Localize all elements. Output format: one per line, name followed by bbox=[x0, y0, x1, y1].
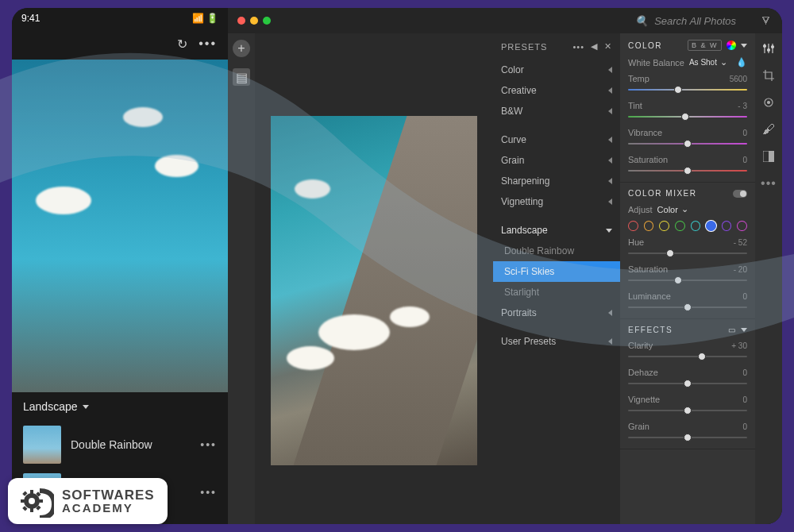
collection-icon[interactable]: ▤ bbox=[233, 68, 250, 86]
preset-group[interactable]: Color bbox=[493, 60, 620, 80]
preset-group[interactable]: B&W bbox=[493, 101, 620, 121]
color-swatch[interactable] bbox=[706, 221, 716, 231]
more-icon[interactable]: ••• bbox=[200, 438, 217, 451]
colorwheel-icon[interactable] bbox=[727, 40, 736, 50]
chevron-down-icon[interactable]: ⌄ bbox=[720, 57, 727, 67]
logo-line2: ACADEMY bbox=[62, 502, 155, 514]
svg-point-3 bbox=[764, 45, 766, 48]
preset-group[interactable]: Grain bbox=[493, 150, 620, 171]
more-icon[interactable]: ••• bbox=[200, 486, 217, 499]
preset-group[interactable]: Curve bbox=[493, 129, 620, 150]
filter-icon[interactable]: ⛛ bbox=[760, 13, 773, 28]
more-icon[interactable]: ••• bbox=[761, 176, 776, 191]
preset-item[interactable]: Double Rainbow bbox=[493, 241, 620, 261]
slider[interactable] bbox=[628, 352, 747, 361]
effects-menu-icon[interactable]: ▭ bbox=[728, 326, 737, 334]
slider[interactable] bbox=[628, 303, 747, 312]
redo-icon[interactable]: ↻ bbox=[177, 37, 187, 52]
wb-value[interactable]: As Shot bbox=[689, 58, 717, 67]
preset-group-user[interactable]: User Presets bbox=[493, 331, 620, 352]
slider[interactable] bbox=[628, 166, 747, 175]
color-section-title: COLOR bbox=[628, 41, 662, 50]
svg-rect-14 bbox=[21, 499, 25, 503]
color-swatch[interactable] bbox=[675, 221, 685, 231]
mobile-panel: 9:41 📶 🔋 ↻ ••• Landscape Double Rainbow … bbox=[12, 8, 228, 524]
back-icon[interactable]: ◀ bbox=[591, 41, 598, 52]
chevron-down-icon[interactable] bbox=[741, 328, 747, 332]
preset-group-portraits[interactable]: Portraits bbox=[493, 303, 620, 323]
slider-value: 0 bbox=[742, 422, 747, 431]
eyedropper-icon[interactable]: 💧 bbox=[736, 57, 747, 67]
slider-value: 5600 bbox=[730, 75, 747, 83]
canvas[interactable] bbox=[255, 33, 493, 524]
mixer-title: COLOR MIXER bbox=[628, 189, 697, 198]
slider-label: Grain bbox=[628, 422, 649, 431]
gradient-icon[interactable] bbox=[761, 149, 776, 164]
slider[interactable] bbox=[628, 85, 747, 94]
chevron-down-icon[interactable] bbox=[741, 44, 747, 48]
search-icon[interactable]: 🔍 bbox=[635, 15, 648, 27]
slider-label: Saturation bbox=[628, 155, 668, 164]
slider[interactable] bbox=[628, 276, 747, 285]
slider[interactable] bbox=[628, 433, 747, 442]
color-swatch[interactable] bbox=[659, 221, 669, 231]
window-controls[interactable] bbox=[237, 17, 271, 25]
slider-label: Dehaze bbox=[628, 368, 658, 377]
color-swatch[interactable] bbox=[691, 221, 701, 231]
slider-value: 0 bbox=[742, 368, 747, 377]
slider[interactable] bbox=[628, 379, 747, 388]
slider[interactable] bbox=[628, 139, 747, 148]
bw-toggle[interactable]: B & W bbox=[688, 40, 722, 51]
slider[interactable] bbox=[628, 249, 747, 258]
close-icon[interactable]: ✕ bbox=[604, 41, 612, 52]
sliders-icon[interactable] bbox=[761, 41, 776, 56]
chevron-left-icon bbox=[608, 178, 612, 184]
main-photo[interactable] bbox=[271, 116, 477, 465]
chevron-down-icon bbox=[83, 405, 89, 409]
svg-point-7 bbox=[768, 102, 770, 104]
preset-group[interactable]: Sharpening bbox=[493, 171, 620, 191]
status-icons: 📶 🔋 bbox=[192, 13, 218, 24]
heal-icon[interactable] bbox=[761, 95, 776, 110]
slider-label: Clarity bbox=[628, 341, 653, 350]
preset-group-landscape[interactable]: Landscape bbox=[493, 220, 620, 241]
adjust-value[interactable]: Color bbox=[657, 205, 678, 214]
adjustments-panel: COLOR B & W White Balance As Shot ⌄ 💧 bbox=[620, 33, 755, 524]
chevron-down-icon[interactable]: ⌄ bbox=[681, 204, 688, 214]
color-swatch[interactable] bbox=[722, 221, 732, 231]
watermark-logo: SOFTWARES ACADEMY bbox=[8, 478, 168, 524]
chevron-left-icon bbox=[608, 87, 612, 94]
color-swatch[interactable] bbox=[737, 221, 747, 231]
slider[interactable] bbox=[628, 406, 747, 415]
more-icon[interactable]: ••• bbox=[572, 42, 584, 52]
slider-label: Luminance bbox=[628, 291, 671, 301]
add-button[interactable]: + bbox=[233, 40, 250, 57]
chevron-left-icon bbox=[608, 157, 612, 164]
effects-title: EFFECTS bbox=[628, 326, 673, 334]
presets-title: PRESETS bbox=[501, 42, 547, 52]
svg-point-4 bbox=[768, 49, 770, 52]
color-swatch[interactable] bbox=[628, 221, 638, 231]
preset-group[interactable]: Creative bbox=[493, 80, 620, 101]
brush-icon[interactable]: 🖌 bbox=[761, 122, 776, 137]
preset-label: Double Rainbow bbox=[71, 438, 152, 451]
slider-value: - 52 bbox=[734, 238, 747, 247]
mobile-preset-item[interactable]: Double Rainbow ••• bbox=[12, 421, 228, 468]
crop-icon[interactable] bbox=[761, 68, 776, 83]
tool-rail: 🖌 ••• bbox=[755, 33, 782, 524]
mobile-image-preview[interactable] bbox=[12, 60, 228, 392]
more-icon[interactable]: ••• bbox=[198, 37, 217, 52]
search-input[interactable]: Search All Photos bbox=[654, 15, 736, 27]
preset-item[interactable]: Sci-Fi Skies bbox=[493, 261, 620, 282]
preset-group[interactable]: Vignetting bbox=[493, 191, 620, 212]
mixer-toggle[interactable] bbox=[733, 190, 747, 198]
slider-label: Tint bbox=[628, 101, 642, 110]
slider[interactable] bbox=[628, 112, 747, 121]
slider-label: Vignette bbox=[628, 395, 660, 404]
mobile-category-label[interactable]: Landscape bbox=[23, 400, 78, 413]
slider-label: Hue bbox=[628, 237, 644, 247]
color-swatch[interactable] bbox=[644, 221, 654, 231]
presets-panel: PRESETS ••• ◀ ✕ ColorCreativeB&W CurveGr… bbox=[493, 33, 620, 524]
slider-label: Saturation bbox=[628, 264, 668, 274]
preset-item[interactable]: Starlight bbox=[493, 282, 620, 303]
